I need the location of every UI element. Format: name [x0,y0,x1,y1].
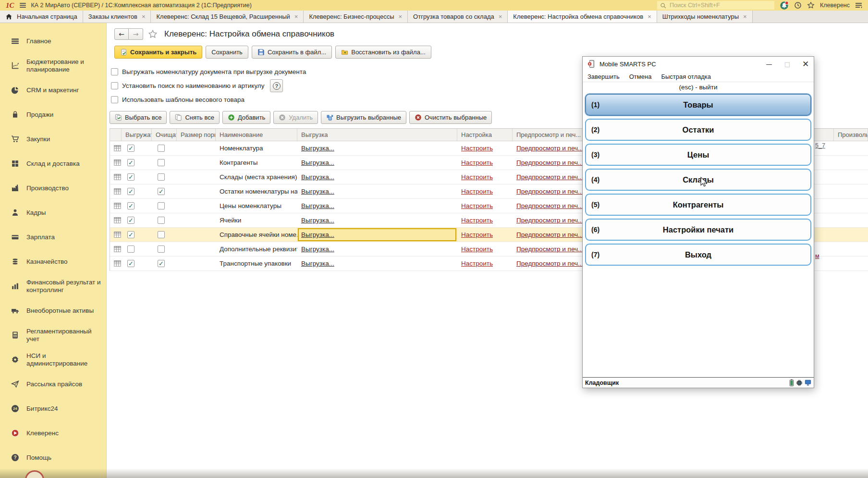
clear-checkbox[interactable] [158,188,165,195]
unselect-all-button[interactable]: Снять все [170,111,219,124]
sidebar-item-5[interactable]: Склад и доставка [0,151,106,176]
upload-link[interactable]: Выгрузка... [301,245,334,253]
sidebar-item-12[interactable]: Регламентированный учет [0,323,106,347]
upload-link[interactable]: Выгрузка... [301,217,334,224]
sidebar-item-6[interactable]: Производство [0,176,106,200]
configure-link[interactable]: Настроить [461,260,493,267]
upload-checkbox[interactable] [127,217,134,224]
close-tab-icon[interactable]: × [743,13,747,20]
configure-link[interactable]: Настроить [461,245,493,253]
save-button[interactable]: Сохранить [206,46,248,59]
sidebar-item-1[interactable]: Бюджетирование и планирование [0,53,106,78]
sidebar-item-17[interactable]: ?Помощь [0,445,106,470]
sidebar-item-15[interactable]: 24Битрикс24 [0,396,106,421]
select-all-button[interactable]: Выбрать все [110,111,167,124]
upload-checkbox[interactable] [127,145,134,152]
search-input[interactable] [669,1,771,9]
upload-selected-button[interactable]: Выгрузить выбранные [321,111,406,124]
add-button[interactable]: Добавить [222,111,270,124]
close-tab-icon[interactable]: × [294,13,298,20]
upload-checkbox[interactable] [127,260,134,267]
sidebar-item-3[interactable]: Продажи [0,102,106,127]
checkbox-search-by-name[interactable] [111,82,118,89]
clear-selected-button[interactable]: Очистить выбранные [409,111,492,124]
forward-button[interactable]: → [129,28,143,40]
current-user[interactable]: Клеверенс [820,2,850,9]
maximize-icon[interactable]: □ [780,58,795,70]
upload-checkbox[interactable] [127,202,134,209]
delete-button[interactable]: Удалить [273,111,318,124]
close-tab-icon[interactable]: × [648,13,651,20]
upload-checkbox[interactable] [127,245,134,253]
upload-link[interactable]: Выгрузка... [301,145,334,152]
favorites-star-icon[interactable] [807,1,815,9]
clear-checkbox[interactable] [158,145,165,152]
tab-1[interactable]: Заказы клиентов× [83,11,151,23]
upload-link[interactable]: Выгрузка... [301,231,334,238]
tab-4[interactable]: Отгрузка товаров со склада× [408,11,508,23]
upload-link[interactable]: Выгрузка... [301,260,334,267]
preview-link[interactable]: Предпросмотр и печ... [516,245,583,253]
mobile-menu-button-3[interactable]: (3)Цены [585,144,811,166]
configure-link[interactable]: Настроить [461,145,493,152]
configure-link[interactable]: Настроить [461,188,493,195]
upload-checkbox[interactable] [127,159,134,166]
clear-checkbox[interactable] [158,202,165,209]
upload-link[interactable]: Выгрузка... [301,173,334,181]
sidebar-item-13[interactable]: НСИ и администрирование [0,347,106,372]
sidebar-item-8[interactable]: Зарплата [0,225,106,249]
save-to-file-button[interactable]: Сохранить в файл... [252,46,332,59]
mobile-window-titlebar[interactable]: Mobile SMARTS PC — □ ✕ [583,57,814,71]
configure-link[interactable]: Настроить [461,202,493,209]
notifications-bell-icon[interactable] [780,1,789,10]
configure-link[interactable]: Настроить [461,217,493,224]
window-menu-item-0[interactable]: Завершить [587,73,620,80]
tab-2[interactable]: Клеверенс: Склад 15 Вещевой, Расширенный… [151,11,304,23]
upload-link[interactable]: Выгрузка... [301,188,334,195]
preview-link[interactable]: Предпросмотр и печ... [516,145,583,152]
configure-link[interactable]: Настроить [461,173,493,181]
preview-link[interactable]: Предпросмотр и печ... [516,260,583,267]
upload-link[interactable]: Выгрузка... [301,202,334,209]
mobile-menu-button-4[interactable]: (4)Склады [585,169,811,191]
minimize-icon[interactable]: — [762,58,776,70]
restore-from-file-button[interactable]: Восстановить из файла... [335,46,431,59]
sidebar-item-16[interactable]: Клеверенс [0,421,106,445]
window-menu-item-2[interactable]: Быстрая отладка [661,73,711,80]
mobile-menu-button-7[interactable]: (7)Выход [585,244,811,266]
favorite-star-icon[interactable] [148,29,158,39]
mobile-menu-button-2[interactable]: (2)Остатки [585,119,811,141]
preview-link[interactable]: Предпросмотр и печ... [516,231,583,238]
sidebar-item-7[interactable]: Кадры [0,200,106,225]
mobile-menu-button-1[interactable]: (1)Товары [585,94,811,116]
tab-6[interactable]: Штрихкоды номенклатуры× [657,11,753,23]
clear-checkbox[interactable] [158,159,165,166]
clear-checkbox[interactable] [158,173,165,181]
sidebar-item-4[interactable]: Закупки [0,127,106,151]
upload-checkbox[interactable] [127,231,134,238]
checkbox-upload-nomenclature[interactable] [111,68,118,75]
back-button[interactable]: ← [114,28,129,40]
tab-0[interactable]: Начальная страница [0,11,83,23]
sidebar-item-14[interactable]: Рассылка прайсов [0,372,106,396]
mobile-menu-button-6[interactable]: (6)Настройки печати [585,219,811,241]
close-icon[interactable]: ✕ [798,58,813,70]
mobile-menu-button-5[interactable]: (5)Контрагенты [585,194,811,216]
close-tab-icon[interactable]: × [142,13,146,20]
close-tab-icon[interactable]: × [398,13,402,20]
upload-link[interactable]: Выгрузка... [301,159,334,166]
upload-checkbox[interactable] [127,188,134,195]
save-close-button[interactable]: Сохранить и закрыть [114,46,202,59]
history-icon[interactable] [794,1,802,9]
tab-3[interactable]: Клеверенс: Бизнес-процессы× [304,11,408,23]
checkbox-weight-templates[interactable] [111,96,118,103]
service-menu-icon[interactable] [855,2,862,9]
preview-link[interactable]: Предпросмотр и печ... [516,217,583,224]
window-menu-item-1[interactable]: Отмена [629,73,652,80]
help-button[interactable]: ? [270,79,283,92]
preview-link[interactable]: Предпросмотр и печ... [516,202,583,209]
preview-link[interactable]: Предпросмотр и печ... [516,173,583,181]
close-tab-icon[interactable]: × [499,13,502,20]
clear-checkbox[interactable] [158,260,165,267]
sidebar-item-10[interactable]: Финансовый результат и контроллинг [0,274,106,298]
